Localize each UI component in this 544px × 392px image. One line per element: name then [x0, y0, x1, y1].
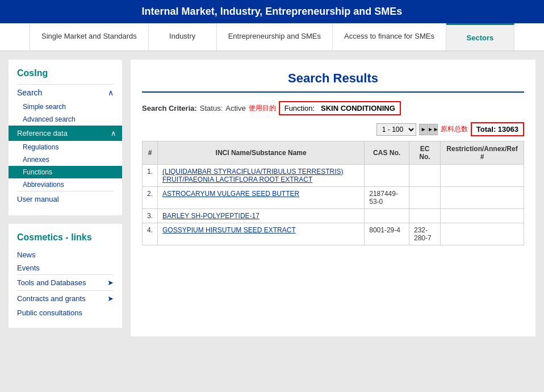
pagination-arrows: ► ►► — [419, 124, 438, 135]
page-header: Internal Market, Industry, Entrepreneurs… — [0, 0, 544, 23]
criteria-label: Search Criteria: — [142, 104, 197, 112]
search-criteria-row: Search Criteria: Status: Active 使用目的 Fun… — [142, 101, 524, 115]
sidebar-user-manual[interactable]: User manual — [17, 191, 114, 207]
criteria-function-label: Function: — [284, 104, 315, 112]
sidebar-news[interactable]: News — [17, 248, 114, 261]
total-label: Total: — [476, 125, 496, 134]
cell-num: 1. — [143, 165, 158, 187]
sidebar-events[interactable]: Events — [17, 261, 114, 274]
annotation-total: 原料总数 — [441, 124, 468, 134]
total-box: Total: 13063 — [471, 122, 524, 136]
col-header-num: # — [143, 141, 158, 165]
criteria-status-value: Active — [225, 104, 245, 112]
tab-industry[interactable]: Industry — [149, 23, 217, 51]
criteria-function-value: SKIN CONDITIONING — [321, 104, 395, 112]
cell-num: 4. — [143, 223, 158, 245]
pagination-select[interactable]: 1 - 100 — [376, 123, 416, 136]
sidebar-functions[interactable]: Functions — [9, 166, 122, 178]
cell-num: 2. — [143, 187, 158, 209]
sidebar-simple-search[interactable]: Simple search — [17, 101, 114, 113]
pagination-next2[interactable]: ►► — [429, 124, 438, 135]
search-results-title: Search Results — [142, 71, 524, 93]
nav-tabs-bar: Single Market and Standards Industry Ent… — [0, 23, 544, 51]
ingredient-link[interactable]: (LIQUIDAMBAR STYRACIFLUA/TRIBULUS TERRES… — [162, 168, 344, 184]
sidebar-contracts-grants[interactable]: Contracts and grants ➤ — [17, 290, 114, 306]
ingredient-link[interactable]: GOSSYPIUM HIRSUTUM SEED EXTRACT — [162, 226, 296, 234]
cell-name[interactable]: GOSSYPIUM HIRSUTUM SEED EXTRACT — [158, 223, 365, 245]
cell-name[interactable]: (LIQUIDAMBAR STYRACIFLUA/TRIBULUS TERRES… — [158, 165, 365, 187]
sidebar-public-consultations[interactable]: Public consultations — [17, 306, 114, 319]
ingredient-link[interactable]: ASTROCARYUM VULGARE SEED BUTTER — [162, 190, 299, 198]
cell-cas: 8001-29-4 — [365, 223, 409, 245]
cell-cas: 2187449-53-0 — [365, 187, 409, 209]
col-header-name: INCI Name/Substance Name — [158, 141, 365, 165]
cell-cas — [365, 165, 409, 187]
col-header-cas: CAS No. — [365, 141, 409, 165]
sidebar: CosIng Search ∧ Simple search Advanced s… — [9, 60, 122, 336]
criteria-function-box: Function: SKIN CONDITIONING — [279, 101, 401, 115]
criteria-status-label: Status: — [200, 104, 223, 112]
sidebar-advanced-search[interactable]: Advanced search — [17, 113, 114, 126]
cell-ec: 232-280-7 — [409, 223, 440, 245]
table-row: 3.BARLEY SH-POLYPEPTIDE-17 — [143, 209, 524, 223]
col-header-restriction: Restriction/Annex/Ref # — [441, 141, 524, 165]
sidebar-cosmetics-section: Cosmetics - links News Events Tools and … — [9, 224, 122, 328]
total-value: 13063 — [498, 125, 518, 134]
table-row: 1.(LIQUIDAMBAR STYRACIFLUA/TRIBULUS TERR… — [143, 165, 524, 187]
cell-restriction — [441, 165, 524, 187]
cell-restriction — [441, 209, 524, 223]
tab-sectors[interactable]: Sectors — [446, 23, 514, 51]
sidebar-cosing-section: CosIng Search ∧ Simple search Advanced s… — [9, 60, 122, 215]
sidebar-annexes[interactable]: Annexes — [17, 153, 114, 166]
tab-access-finance[interactable]: Access to finance for SMEs — [333, 23, 446, 51]
sidebar-abbreviations[interactable]: Abbreviations — [17, 178, 114, 191]
sidebar-cosing-title: CosIng — [17, 68, 114, 78]
cell-ec — [409, 187, 440, 209]
sidebar-reference-data-header[interactable]: Reference data ∧ — [9, 126, 122, 141]
ingredient-link[interactable]: BARLEY SH-POLYPEPTIDE-17 — [162, 212, 260, 220]
cell-name[interactable]: ASTROCARYUM VULGARE SEED BUTTER — [158, 187, 365, 209]
cell-ec — [409, 209, 440, 223]
main-layout: CosIng Search ∧ Simple search Advanced s… — [0, 51, 544, 345]
results-table: # INCI Name/Substance Name CAS No. EC No… — [142, 141, 524, 245]
sidebar-item-search[interactable]: Search ∧ — [17, 84, 114, 101]
pagination-next1[interactable]: ► — [419, 124, 428, 135]
cell-restriction — [441, 223, 524, 245]
table-row: 4.GOSSYPIUM HIRSUTUM SEED EXTRACT8001-29… — [143, 223, 524, 245]
annotation-purpose: 使用目的 — [249, 103, 276, 113]
cell-restriction — [441, 187, 524, 209]
tab-entrepreneurship[interactable]: Entrepreneurship and SMEs — [217, 23, 333, 51]
cell-num: 3. — [143, 209, 158, 223]
cell-cas — [365, 209, 409, 223]
sidebar-cosmetics-title: Cosmetics - links — [17, 232, 114, 243]
cell-name[interactable]: BARLEY SH-POLYPEPTIDE-17 — [158, 209, 365, 223]
col-header-ec: EC No. — [409, 141, 440, 165]
sidebar-tools-databases[interactable]: Tools and Databases ➤ — [17, 274, 114, 290]
table-row: 2.ASTROCARYUM VULGARE SEED BUTTER2187449… — [143, 187, 524, 209]
content-area: Search Results Search Criteria: Status: … — [131, 60, 535, 336]
cell-ec — [409, 165, 440, 187]
pagination-row: 1 - 100 ► ►► 原料总数 Total: 13063 — [142, 122, 524, 136]
sidebar-regulations[interactable]: Regulations — [17, 141, 114, 153]
tab-single-market[interactable]: Single Market and Standards — [30, 23, 149, 51]
